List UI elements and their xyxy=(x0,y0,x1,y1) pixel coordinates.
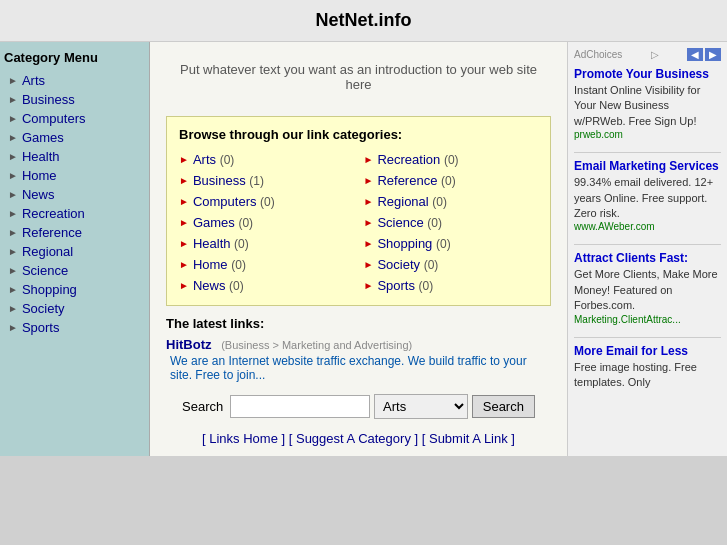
cat-name: Computers xyxy=(193,194,257,209)
sidebar-item-label: Business xyxy=(22,92,75,107)
latest-link-title[interactable]: HitBotz xyxy=(166,337,212,352)
sidebar-item-recreation[interactable]: ►Recreation xyxy=(4,204,145,223)
search-input[interactable] xyxy=(230,395,370,418)
ad-nav[interactable]: ◀ ▶ xyxy=(687,48,721,61)
ad-choices-icon: ▷ xyxy=(651,49,659,60)
cat-arrow: ► xyxy=(364,238,374,249)
sidebar-item-regional[interactable]: ►Regional xyxy=(4,242,145,261)
sidebar-item-games[interactable]: ►Games xyxy=(4,128,145,147)
cat-item-right-1[interactable]: ►Reference (0) xyxy=(364,171,539,190)
cat-name: Sports xyxy=(377,278,415,293)
intro-text: Put whatever text you want as an introdu… xyxy=(166,52,551,102)
ads-container: Promote Your BusinessInstant Online Visi… xyxy=(574,67,721,390)
sidebar-item-business[interactable]: ►Business xyxy=(4,90,145,109)
cat-item-left-3[interactable]: ►Games (0) xyxy=(179,213,354,232)
sidebar-item-label: Reference xyxy=(22,225,82,240)
cat-item-right-0[interactable]: ►Recreation (0) xyxy=(364,150,539,169)
sidebar-arrow: ► xyxy=(8,246,18,257)
cat-arrow: ► xyxy=(179,280,189,291)
sidebar-item-computers[interactable]: ►Computers xyxy=(4,109,145,128)
page-title: NetNet.info xyxy=(0,0,727,42)
latest-link-desc: We are an Internet website traffic excha… xyxy=(170,354,551,382)
cat-name: Regional xyxy=(377,194,428,209)
footer-links: [ Links Home ] [ Suggest A Category ] [ … xyxy=(166,431,551,446)
sidebar-item-label: Sports xyxy=(22,320,60,335)
search-button[interactable]: Search xyxy=(472,395,535,418)
cat-item-left-2[interactable]: ►Computers (0) xyxy=(179,192,354,211)
cat-name: Health xyxy=(193,236,231,251)
cat-item-left-0[interactable]: ►Arts (0) xyxy=(179,150,354,169)
cat-count: (0) xyxy=(220,153,235,167)
footer-link-1[interactable]: [ Suggest A Category ] xyxy=(289,431,418,446)
sidebar-arrow: ► xyxy=(8,265,18,276)
sidebar-item-news[interactable]: ►News xyxy=(4,185,145,204)
cat-name: Recreation xyxy=(377,152,440,167)
ad-title-2[interactable]: Attract Clients Fast: xyxy=(574,251,721,265)
ad-next[interactable]: ▶ xyxy=(705,48,721,61)
sidebar-item-society[interactable]: ►Society xyxy=(4,299,145,318)
cat-count: (0) xyxy=(229,279,244,293)
ad-divider xyxy=(574,244,721,245)
search-label: Search xyxy=(182,399,223,414)
sidebar-arrow: ► xyxy=(8,151,18,162)
ad-choices-bar: AdChoices ▷ ◀ ▶ xyxy=(574,48,721,61)
sidebar-arrow: ► xyxy=(8,284,18,295)
footer-link-0[interactable]: [ Links Home ] xyxy=(202,431,285,446)
ad-block-0: Promote Your BusinessInstant Online Visi… xyxy=(574,67,721,140)
cat-arrow: ► xyxy=(179,238,189,249)
sidebar-item-label: Regional xyxy=(22,244,73,259)
sidebar-item-home[interactable]: ►Home xyxy=(4,166,145,185)
ad-body-2: Get More Clients, Make More Money! Featu… xyxy=(574,267,721,313)
cat-item-right-5[interactable]: ►Society (0) xyxy=(364,255,539,274)
ad-url-1[interactable]: www.AWeber.com xyxy=(574,221,721,232)
cat-item-left-6[interactable]: ►News (0) xyxy=(179,276,354,295)
cat-item-right-6[interactable]: ►Sports (0) xyxy=(364,276,539,295)
sidebar-item-reference[interactable]: ►Reference xyxy=(4,223,145,242)
cat-item-left-5[interactable]: ►Home (0) xyxy=(179,255,354,274)
sidebar-item-label: Computers xyxy=(22,111,86,126)
sidebar-arrow: ► xyxy=(8,208,18,219)
search-section: Search ArtsBusinessComputersGamesHealthH… xyxy=(166,394,551,419)
cat-item-left-1[interactable]: ►Business (1) xyxy=(179,171,354,190)
ad-title-0[interactable]: Promote Your Business xyxy=(574,67,721,81)
sidebar-item-sports[interactable]: ►Sports xyxy=(4,318,145,337)
main-content: Put whatever text you want as an introdu… xyxy=(150,42,567,456)
ad-prev[interactable]: ◀ xyxy=(687,48,703,61)
cat-arrow: ► xyxy=(179,175,189,186)
sidebar-items: ►Arts►Business►Computers►Games►Health►Ho… xyxy=(4,71,145,337)
cat-name: Society xyxy=(377,257,420,272)
cat-item-left-4[interactable]: ►Health (0) xyxy=(179,234,354,253)
cat-count: (0) xyxy=(427,216,442,230)
cat-arrow: ► xyxy=(364,196,374,207)
ad-url-2[interactable]: Marketing.ClientAttrac... xyxy=(574,314,721,325)
cat-arrow: ► xyxy=(364,217,374,228)
ad-divider xyxy=(574,152,721,153)
ad-title-1[interactable]: Email Marketing Services xyxy=(574,159,721,173)
cat-item-right-4[interactable]: ►Shopping (0) xyxy=(364,234,539,253)
ad-title-3[interactable]: More Email for Less xyxy=(574,344,721,358)
ad-url-0[interactable]: prweb.com xyxy=(574,129,721,140)
cat-arrow: ► xyxy=(364,154,374,165)
cat-count: (0) xyxy=(238,216,253,230)
sidebar-item-arts[interactable]: ►Arts xyxy=(4,71,145,90)
sidebar-arrow: ► xyxy=(8,170,18,181)
search-category-select[interactable]: ArtsBusinessComputersGamesHealthHomeNews… xyxy=(374,394,468,419)
cat-item-right-3[interactable]: ►Science (0) xyxy=(364,213,539,232)
sidebar-item-shopping[interactable]: ►Shopping xyxy=(4,280,145,299)
sidebar-item-science[interactable]: ►Science xyxy=(4,261,145,280)
cat-item-right-2[interactable]: ►Regional (0) xyxy=(364,192,539,211)
cat-count: (0) xyxy=(260,195,275,209)
cat-count: (0) xyxy=(234,237,249,251)
footer-link-2[interactable]: [ Submit A Link ] xyxy=(422,431,515,446)
cat-arrow: ► xyxy=(179,154,189,165)
ad-divider xyxy=(574,337,721,338)
cat-name: Games xyxy=(193,215,235,230)
cat-count: (0) xyxy=(436,237,451,251)
sidebar-arrow: ► xyxy=(8,113,18,124)
sidebar-item-health[interactable]: ►Health xyxy=(4,147,145,166)
browse-section: Browse through our link categories: ►Art… xyxy=(166,116,551,306)
cat-name: News xyxy=(193,278,226,293)
sidebar-arrow: ► xyxy=(8,322,18,333)
cat-name: Arts xyxy=(193,152,216,167)
ad-choices-label: AdChoices xyxy=(574,49,622,60)
